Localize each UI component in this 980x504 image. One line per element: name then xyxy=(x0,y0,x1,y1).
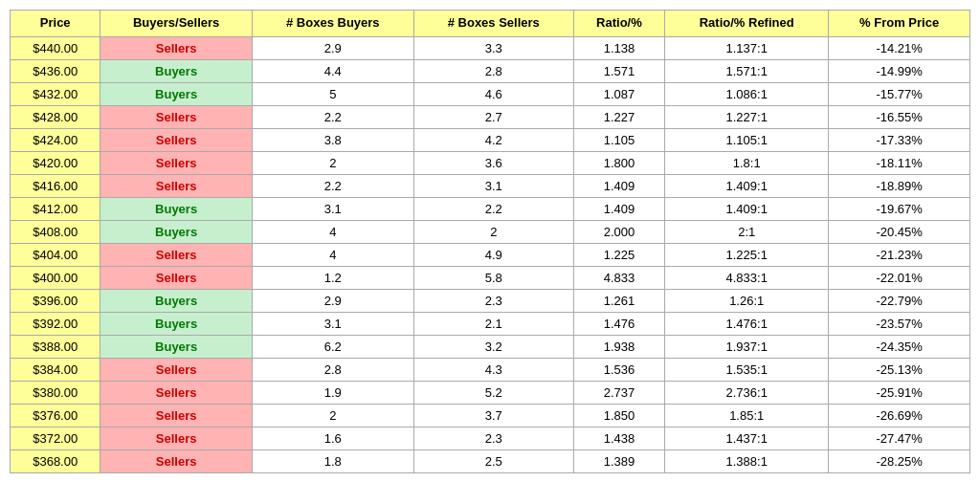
boxes-buyers-cell: 1.9 xyxy=(252,381,413,404)
side-cell: Sellers xyxy=(100,266,252,289)
table-row: $392.00Buyers3.12.11.4761.476:1-23.57% xyxy=(11,312,970,335)
boxes-sellers-cell: 2 xyxy=(413,220,573,243)
ratio-refined-cell: 1.937:1 xyxy=(665,335,829,358)
ratio-cell: 1.536 xyxy=(573,358,664,381)
from-price-cell: -16.55% xyxy=(829,105,970,128)
table-row: $368.00Sellers1.82.51.3891.388:1-28.25% xyxy=(11,449,970,472)
side-cell: Sellers xyxy=(100,404,252,427)
price-cell: $392.00 xyxy=(11,312,100,335)
table-row: $428.00Sellers2.22.71.2271.227:1-16.55% xyxy=(11,105,970,128)
ratio-refined-cell: 1.8:1 xyxy=(665,151,829,174)
table-row: $436.00Buyers4.42.81.5711.571:1-14.99% xyxy=(11,59,970,82)
price-cell: $412.00 xyxy=(11,197,100,220)
boxes-sellers-cell: 2.3 xyxy=(413,289,573,312)
from-price-cell: -23.57% xyxy=(829,312,970,335)
side-cell: Sellers xyxy=(100,128,252,151)
table-row: $376.00Sellers23.71.8501.85:1-26.69% xyxy=(11,404,970,427)
boxes-buyers-cell: 4.4 xyxy=(252,59,413,82)
boxes-buyers-cell: 2 xyxy=(252,404,413,427)
price-cell: $408.00 xyxy=(11,220,100,243)
boxes-sellers-cell: 2.2 xyxy=(413,197,573,220)
from-price-cell: -17.33% xyxy=(829,128,970,151)
column-header-5: Ratio/% Refined xyxy=(665,11,829,37)
boxes-sellers-cell: 3.6 xyxy=(413,151,573,174)
boxes-buyers-cell: 1.6 xyxy=(252,427,413,449)
boxes-sellers-cell: 2.3 xyxy=(413,427,573,449)
from-price-cell: -21.23% xyxy=(829,243,970,266)
from-price-cell: -14.21% xyxy=(829,36,970,59)
table-row: $384.00Sellers2.84.31.5361.535:1-25.13% xyxy=(11,358,970,381)
from-price-cell: -19.67% xyxy=(829,197,970,220)
boxes-buyers-cell: 3.1 xyxy=(252,197,413,220)
side-cell: Sellers xyxy=(100,427,252,449)
table-row: $396.00Buyers2.92.31.2611.26:1-22.79% xyxy=(11,289,970,312)
boxes-buyers-cell: 4 xyxy=(252,243,413,266)
table-row: $404.00Sellers44.91.2251.225:1-21.23% xyxy=(11,243,970,266)
side-cell: Sellers xyxy=(100,358,252,381)
boxes-buyers-cell: 6.2 xyxy=(252,335,413,358)
ratio-refined-cell: 1.409:1 xyxy=(665,174,829,197)
ratio-cell: 1.409 xyxy=(573,174,664,197)
boxes-buyers-cell: 5 xyxy=(252,82,413,105)
boxes-sellers-cell: 2.8 xyxy=(413,59,573,82)
ratio-cell: 1.227 xyxy=(573,105,664,128)
price-cell: $404.00 xyxy=(11,243,100,266)
side-cell: Buyers xyxy=(100,59,252,82)
boxes-buyers-cell: 2.8 xyxy=(252,358,413,381)
from-price-cell: -22.01% xyxy=(829,266,970,289)
boxes-sellers-cell: 3.2 xyxy=(413,335,573,358)
ratio-cell: 2.737 xyxy=(573,381,664,404)
ratio-cell: 1.261 xyxy=(573,289,664,312)
side-cell: Sellers xyxy=(100,449,252,472)
boxes-buyers-cell: 3.8 xyxy=(252,128,413,151)
from-price-cell: -25.13% xyxy=(829,358,970,381)
table-row: $424.00Sellers3.84.21.1051.105:1-17.33% xyxy=(11,128,970,151)
side-cell: Buyers xyxy=(100,335,252,358)
boxes-sellers-cell: 3.1 xyxy=(413,174,573,197)
price-cell: $424.00 xyxy=(11,128,100,151)
column-header-6: % From Price xyxy=(829,11,970,37)
from-price-cell: -15.77% xyxy=(829,82,970,105)
price-cell: $420.00 xyxy=(11,151,100,174)
table-row: $400.00Sellers1.25.84.8334.833:1-22.01% xyxy=(11,266,970,289)
boxes-sellers-cell: 5.2 xyxy=(413,381,573,404)
from-price-cell: -24.35% xyxy=(829,335,970,358)
ratio-refined-cell: 1.476:1 xyxy=(665,312,829,335)
boxes-sellers-cell: 4.6 xyxy=(413,82,573,105)
side-cell: Buyers xyxy=(100,197,252,220)
from-price-cell: -14.99% xyxy=(829,59,970,82)
ratio-cell: 1.938 xyxy=(573,335,664,358)
price-cell: $372.00 xyxy=(11,427,100,449)
ratio-cell: 1.800 xyxy=(573,151,664,174)
column-header-4: Ratio/% xyxy=(573,11,664,37)
ratio-cell: 1.409 xyxy=(573,197,664,220)
boxes-sellers-cell: 2.1 xyxy=(413,312,573,335)
boxes-sellers-cell: 2.5 xyxy=(413,449,573,472)
price-cell: $432.00 xyxy=(11,82,100,105)
boxes-buyers-cell: 2.2 xyxy=(252,105,413,128)
from-price-cell: -27.47% xyxy=(829,427,970,449)
market-data-table: PriceBuyers/Sellers# Boxes Buyers# Boxes… xyxy=(10,10,970,473)
boxes-sellers-cell: 3.3 xyxy=(413,36,573,59)
price-cell: $428.00 xyxy=(11,105,100,128)
ratio-refined-cell: 4.833:1 xyxy=(665,266,829,289)
ratio-refined-cell: 1.437:1 xyxy=(665,427,829,449)
ratio-cell: 1.389 xyxy=(573,449,664,472)
ratio-cell: 4.833 xyxy=(573,266,664,289)
ratio-refined-cell: 1.409:1 xyxy=(665,197,829,220)
from-price-cell: -28.25% xyxy=(829,449,970,472)
price-cell: $380.00 xyxy=(11,381,100,404)
boxes-sellers-cell: 4.9 xyxy=(413,243,573,266)
price-cell: $376.00 xyxy=(11,404,100,427)
ratio-refined-cell: 1.227:1 xyxy=(665,105,829,128)
price-cell: $400.00 xyxy=(11,266,100,289)
side-cell: Sellers xyxy=(100,381,252,404)
from-price-cell: -18.89% xyxy=(829,174,970,197)
boxes-sellers-cell: 4.3 xyxy=(413,358,573,381)
price-cell: $396.00 xyxy=(11,289,100,312)
column-header-0: Price xyxy=(11,11,100,37)
table-row: $380.00Sellers1.95.22.7372.736:1-25.91% xyxy=(11,381,970,404)
side-cell: Buyers xyxy=(100,220,252,243)
side-cell: Buyers xyxy=(100,289,252,312)
ratio-refined-cell: 1.26:1 xyxy=(665,289,829,312)
